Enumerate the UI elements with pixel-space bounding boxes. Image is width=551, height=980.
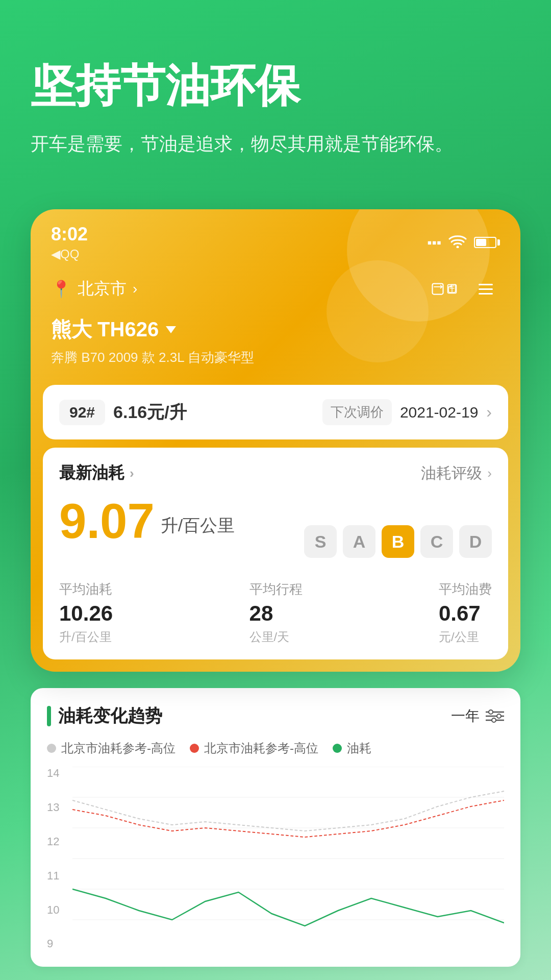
fuel-chevron-right-icon: › <box>486 403 492 422</box>
chart-title-bar <box>47 706 51 726</box>
svg-rect-1 <box>433 284 443 295</box>
legend-item: 北京市油耗参考-高位 <box>190 740 318 756</box>
hero-section: 坚持节油环保 开车是需要，节油是追求，物尽其用就是节能环保。 <box>0 0 551 189</box>
stats-header: 最新油耗 › 油耗评级 › <box>59 462 492 484</box>
car-model: 奔腾 B70 2009 款 2.3L 自动豪华型 <box>51 349 500 366</box>
stat-unit: 元/公里 <box>439 629 492 645</box>
stat-label: 平均油费 <box>439 580 492 598</box>
share-button[interactable] <box>431 275 459 303</box>
svg-point-10 <box>489 710 493 714</box>
chart-period[interactable]: 一年 <box>451 706 504 726</box>
status-time: 8:02 <box>51 224 88 245</box>
y-label: 11 <box>47 869 59 883</box>
status-bar: 8:02 ◀QQ ▪▪▪ <box>31 209 520 266</box>
stat-unit: 升/百公里 <box>59 629 113 645</box>
stat-item: 平均行程 28 公里/天 <box>249 580 303 645</box>
cards-area: 92# 6.16元/升 下次调价 2021-02-19 › 最新油耗 › 油耗评… <box>31 375 520 672</box>
svg-point-0 <box>457 246 459 248</box>
stats-card: 最新油耗 › 油耗评级 › 9.07 升/百公里 SABCD 平均油耗 10.2… <box>43 448 508 659</box>
rating-badge-a[interactable]: A <box>343 525 375 558</box>
svg-rect-2 <box>433 284 443 295</box>
status-right: ▪▪▪ <box>427 234 500 252</box>
phone-card: 8:02 ◀QQ ▪▪▪ 📍 北京 <box>31 209 520 672</box>
fuel-price-card[interactable]: 92# 6.16元/升 下次调价 2021-02-19 › <box>43 385 508 439</box>
menu-button[interactable] <box>471 275 500 303</box>
car-name-text: 熊大 TH626 <box>51 315 159 344</box>
stat-label: 平均油耗 <box>59 580 113 598</box>
chart-header: 油耗变化趋势 一年 <box>47 704 504 728</box>
y-label: 14 <box>47 767 59 780</box>
main-fuel-unit: 升/百公里 <box>161 514 235 546</box>
chart-container: 14131211109 <box>47 767 504 950</box>
stats-title-chevron-icon: › <box>130 465 134 481</box>
fuel-grade: 92# <box>59 400 105 425</box>
y-label: 9 <box>47 937 59 950</box>
chart-y-labels: 14131211109 <box>47 767 64 950</box>
stat-value: 10.26 <box>59 601 113 626</box>
wifi-icon <box>448 234 467 252</box>
chevron-right-icon: › <box>133 281 137 297</box>
battery-icon <box>474 237 500 248</box>
car-info: 熊大 TH626 奔腾 B70 2009 款 2.3L 自动豪华型 <box>31 311 520 375</box>
stat-item: 平均油费 0.67 元/公里 <box>439 580 492 645</box>
y-label: 10 <box>47 903 59 917</box>
y-label: 13 <box>47 801 59 814</box>
car-name[interactable]: 熊大 TH626 <box>51 315 500 344</box>
rating-badge-c[interactable]: C <box>420 525 453 558</box>
main-fuel-display: 9.07 升/百公里 <box>59 497 235 546</box>
svg-rect-6 <box>479 293 493 295</box>
next-adjust: 下次调价 2021-02-19 <box>322 399 478 425</box>
location-bar: 📍 北京市 › <box>31 266 520 311</box>
location-actions <box>431 275 500 303</box>
main-fuel-value: 9.07 <box>59 497 155 546</box>
stat-value: 28 <box>249 601 303 626</box>
stat-value: 0.67 <box>439 601 492 626</box>
stats-rating-chevron-icon: › <box>487 465 492 481</box>
status-left: 8:02 ◀QQ <box>51 224 88 261</box>
status-app: ◀QQ <box>51 247 88 261</box>
svg-rect-5 <box>479 288 493 290</box>
location-left[interactable]: 📍 北京市 › <box>51 278 137 300</box>
chart-area <box>72 767 504 950</box>
next-adjust-label: 下次调价 <box>322 399 392 425</box>
rating-badge-d[interactable]: D <box>459 525 492 558</box>
svg-point-11 <box>497 714 501 718</box>
rating-badge-b[interactable]: B <box>382 525 414 558</box>
next-adjust-date: 2021-02-19 <box>400 404 478 421</box>
chart-card: 油耗变化趋势 一年 北京市油耗参考-高位北京市油耗参考-高位油耗 1413121… <box>31 688 520 967</box>
stat-label: 平均行程 <box>249 580 303 598</box>
rating-badges: SABCD <box>304 525 492 562</box>
legend-item: 北京市油耗参考-高位 <box>47 740 176 756</box>
stat-unit: 公里/天 <box>249 629 303 645</box>
hero-title: 坚持节油环保 <box>31 61 520 111</box>
legend-item: 油耗 <box>333 740 371 756</box>
stat-item: 平均油耗 10.26 升/百公里 <box>59 580 113 645</box>
filter-icon <box>486 709 504 723</box>
signal-icon: ▪▪▪ <box>427 235 441 251</box>
chart-title: 油耗变化趋势 <box>47 704 162 728</box>
svg-rect-4 <box>479 284 493 285</box>
chart-legend: 北京市油耗参考-高位北京市油耗参考-高位油耗 <box>47 740 504 756</box>
stats-title[interactable]: 最新油耗 › <box>59 462 134 484</box>
pin-icon: 📍 <box>51 279 71 299</box>
svg-point-12 <box>492 718 496 722</box>
city-name: 北京市 <box>78 278 127 300</box>
y-label: 12 <box>47 835 59 848</box>
stats-bottom: 平均油耗 10.26 升/百公里 平均行程 28 公里/天 平均油费 0.67 … <box>59 580 492 645</box>
rating-badge-s[interactable]: S <box>304 525 337 558</box>
dropdown-arrow-icon <box>166 326 176 333</box>
stats-rating[interactable]: 油耗评级 › <box>421 463 492 484</box>
fuel-price: 6.16元/升 <box>113 401 187 424</box>
hero-subtitle: 开车是需要，节油是追求，物尽其用就是节能环保。 <box>31 129 520 159</box>
